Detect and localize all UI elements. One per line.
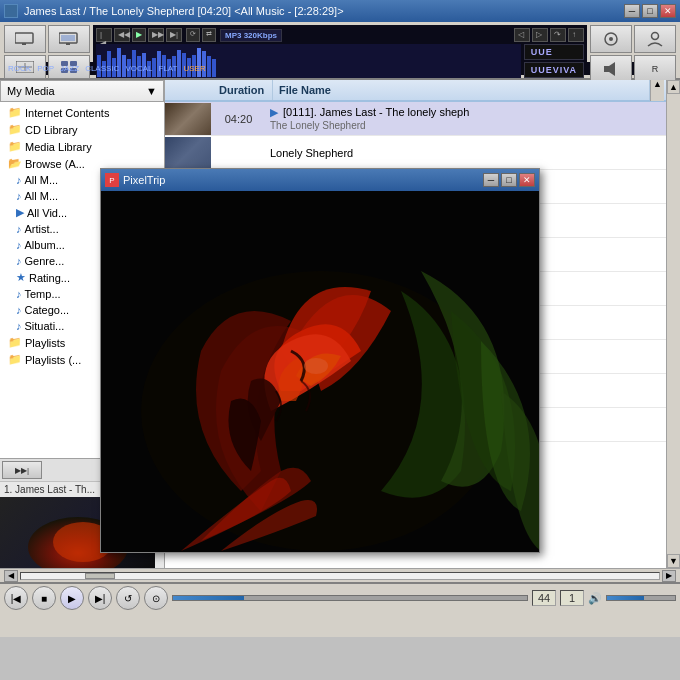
table-row[interactable]: 04:20 ▶ [0111]. James Last - The lonely … bbox=[165, 102, 666, 136]
genre-rock[interactable]: ROCK bbox=[8, 64, 31, 73]
popup-close-btn[interactable]: ✕ bbox=[519, 173, 535, 187]
tree-albums-label: Album... bbox=[25, 239, 65, 251]
vol-up-btn[interactable]: ▷ bbox=[532, 28, 548, 42]
scroll-down-btn[interactable]: ▼ bbox=[667, 554, 680, 568]
genre-pop[interactable]: POP bbox=[37, 64, 54, 73]
vol-down-btn[interactable]: ◁ bbox=[514, 28, 530, 42]
svg-rect-22 bbox=[101, 191, 539, 552]
h-scrollbar[interactable]: ◀ ▶ bbox=[0, 568, 680, 582]
play-btn[interactable]: ▶ bbox=[60, 586, 84, 610]
monitor-btn[interactable] bbox=[48, 25, 90, 53]
open-file-btn[interactable]: ↺ bbox=[116, 586, 140, 610]
shuffle-btn[interactable]: ⇄ bbox=[202, 28, 216, 42]
title-bar: James Last / The Lonely Shepherd [04:20]… bbox=[0, 0, 680, 22]
dropdown-arrow-icon: ▼ bbox=[146, 85, 157, 97]
popup-app-icon: P bbox=[105, 173, 119, 187]
folder-icon-6: 📁 bbox=[8, 353, 22, 366]
ue-logos: UUE UUEVIVA bbox=[524, 44, 584, 78]
tree-cd-library[interactable]: 📁 CD Library bbox=[0, 121, 164, 138]
maximize-btn[interactable]: □ bbox=[642, 4, 658, 18]
tree-internet-label: Internet Contents bbox=[25, 107, 109, 119]
ff-btn[interactable]: ▶▶ bbox=[148, 28, 164, 42]
next-btn-top[interactable]: ▶| bbox=[166, 28, 182, 42]
letter-r-btn[interactable]: R bbox=[634, 55, 676, 83]
svg-point-14 bbox=[652, 33, 659, 40]
folder-icon-4: 📂 bbox=[8, 157, 22, 170]
tree-all-video-label: All Vid... bbox=[27, 207, 67, 219]
h-scroll-track[interactable] bbox=[20, 572, 660, 580]
file-name-col: ▶ [0111]. James Last - The lonely sheph … bbox=[266, 106, 666, 131]
rew-btn[interactable]: ◀◀ bbox=[114, 28, 130, 42]
close-btn[interactable]: ✕ bbox=[660, 4, 676, 18]
popup-titlebar: P PixelTrip ─ □ ✕ bbox=[101, 169, 539, 191]
volume-fill bbox=[607, 596, 644, 600]
media-dropdown-label: My Media bbox=[7, 85, 55, 97]
volume-icon: 🔊 bbox=[588, 592, 602, 605]
minimize-btn[interactable]: ─ bbox=[624, 4, 640, 18]
table-row[interactable]: Lonely Shepherd bbox=[165, 136, 666, 170]
player-display: |◀ ◀◀ ▶ ▶▶ ▶| ⟳ ⇄ MP3 320Kbps ◁ ▷ ↷ ↑ bbox=[93, 25, 587, 62]
tree-ratings-label: Rating... bbox=[29, 272, 70, 284]
media-dropdown[interactable]: My Media ▼ bbox=[0, 80, 164, 102]
popup-controls: ─ □ ✕ bbox=[483, 173, 535, 187]
col-duration[interactable]: Duration bbox=[213, 80, 273, 100]
repeat-btn[interactable]: ⟳ bbox=[186, 28, 200, 42]
stop-btn[interactable]: ■ bbox=[32, 586, 56, 610]
h-scroll-thumb[interactable] bbox=[85, 573, 115, 579]
format-badge: MP3 320Kbps bbox=[220, 29, 282, 42]
user-btn[interactable] bbox=[634, 25, 676, 53]
file-thumb bbox=[165, 137, 211, 169]
scroll-up-btn[interactable]: ▲ bbox=[667, 80, 680, 94]
popup-content bbox=[101, 191, 539, 552]
main-scrollbar[interactable]: ▲ ▼ bbox=[666, 80, 680, 568]
scrollbar-up[interactable]: ▲ bbox=[650, 80, 664, 101]
popup-window: P PixelTrip ─ □ ✕ bbox=[100, 168, 540, 553]
svg-rect-15 bbox=[604, 66, 609, 72]
transport-bar: |◀ ■ ▶ ▶| ↺ ⊙ 44 1 🔊 bbox=[0, 582, 680, 637]
np-btn1[interactable]: ▶▶| bbox=[2, 461, 42, 479]
skip-btn[interactable]: ↷ bbox=[550, 28, 566, 42]
leaf-icon-8: ♪ bbox=[16, 288, 22, 300]
col-filename[interactable]: File Name bbox=[273, 80, 650, 100]
file-list-header: Duration File Name ▲ bbox=[165, 80, 666, 102]
file-duration: 04:20 bbox=[211, 113, 266, 125]
tree-playlists-label: Playlists bbox=[25, 337, 65, 349]
genre-vocal[interactable]: VOCAL bbox=[125, 64, 152, 73]
tree-media-library[interactable]: 📁 Media Library bbox=[0, 138, 164, 155]
tree-internet[interactable]: 📁 Internet Contents bbox=[0, 104, 164, 121]
prev-btn-top[interactable]: |◀ bbox=[96, 28, 112, 42]
svg-rect-3 bbox=[66, 43, 70, 45]
seek-fill bbox=[173, 596, 244, 600]
player-transport-btns: |◀ ◀◀ ▶ ▶▶ ▶| bbox=[96, 28, 182, 42]
play-btn-top[interactable]: ▶ bbox=[132, 28, 146, 42]
genre-flat[interactable]: FLAT bbox=[159, 64, 178, 73]
folder-icon-3: 📁 bbox=[8, 140, 22, 153]
popup-minimize-btn[interactable]: ─ bbox=[483, 173, 499, 187]
genre-user[interactable]: USER bbox=[183, 64, 205, 73]
seek-bar[interactable] bbox=[172, 595, 528, 601]
prev-btn[interactable]: |◀ bbox=[4, 586, 28, 610]
speaker-btn[interactable] bbox=[590, 55, 632, 83]
tree-playlists2-label: Playlists (... bbox=[25, 354, 81, 366]
leaf-icon-6: ♪ bbox=[16, 255, 22, 267]
ue-viva-label: UUEVIVA bbox=[524, 62, 584, 78]
display-btn[interactable] bbox=[4, 25, 46, 53]
svg-rect-0 bbox=[15, 33, 33, 43]
popup-maximize-btn[interactable]: □ bbox=[501, 173, 517, 187]
volume-bar[interactable] bbox=[606, 595, 676, 601]
leaf-icon-2: ♪ bbox=[16, 190, 22, 202]
folder-icon-5: 📁 bbox=[8, 336, 22, 349]
ue-label: UUE bbox=[524, 44, 584, 60]
svg-marker-16 bbox=[609, 62, 615, 76]
next-btn[interactable]: ▶| bbox=[88, 586, 112, 610]
flower-art-svg bbox=[101, 191, 539, 552]
open-btn[interactable]: ↑ bbox=[568, 28, 584, 42]
scroll-right-btn[interactable]: ▶ bbox=[662, 570, 676, 582]
tree-browse-label: Browse (A... bbox=[25, 158, 85, 170]
scroll-left-btn[interactable]: ◀ bbox=[4, 570, 18, 582]
record-btn[interactable]: ⊙ bbox=[144, 586, 168, 610]
genre-classic[interactable]: CLASSIC bbox=[85, 64, 119, 73]
genre-jazz[interactable]: JAZZ bbox=[60, 64, 79, 73]
settings-btn[interactable] bbox=[590, 25, 632, 53]
leaf-icon-10: ♪ bbox=[16, 320, 22, 332]
